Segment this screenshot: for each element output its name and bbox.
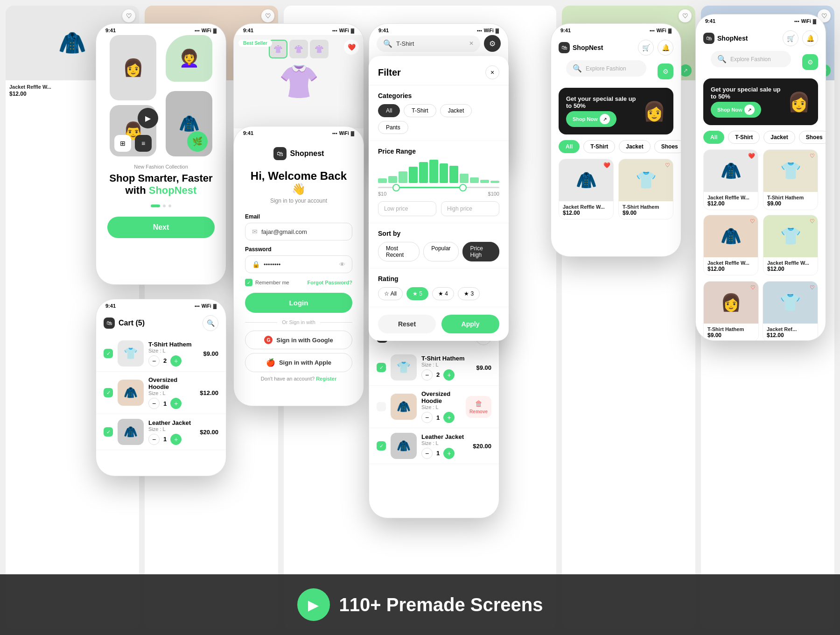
cat-tshirt[interactable]: T-Shirt xyxy=(583,140,615,153)
sort-price-high[interactable]: Price High xyxy=(462,242,499,261)
cat-jacket[interactable]: Jacket xyxy=(763,131,795,144)
item-checkbox[interactable]: ✓ xyxy=(377,363,386,372)
rating-all[interactable]: ☆ All xyxy=(378,287,403,300)
promo-title: Get your special sale up to 50% xyxy=(711,86,787,100)
divider: Or Sign in with xyxy=(245,319,352,325)
remember-checkbox[interactable]: ✓ xyxy=(245,279,252,286)
sort-most-recent[interactable]: Most Recent xyxy=(378,242,420,261)
high-price-input[interactable]: High price xyxy=(441,201,499,216)
cat-shoes[interactable]: Shoes xyxy=(799,131,826,144)
qty-increase[interactable]: + xyxy=(170,434,182,445)
thumbnail[interactable]: 👚 xyxy=(310,40,329,58)
password-input[interactable]: 🔒 •••••••• 👁 xyxy=(245,255,352,273)
home-search-bar[interactable]: 🔍 Explore Fashion xyxy=(566,60,646,77)
cart-search-button[interactable]: 🔍 xyxy=(203,315,218,331)
item-checkbox[interactable]: ✓ xyxy=(104,427,113,437)
price-thumb-high[interactable] xyxy=(459,184,467,191)
qty-decrease[interactable]: − xyxy=(148,398,160,409)
email-input[interactable]: ✉ fajar@gmail.com xyxy=(245,223,352,240)
cat-jacket[interactable]: Jacket xyxy=(619,140,650,153)
shop-now-button[interactable]: Shop Now ↗ xyxy=(566,111,616,127)
cat-all[interactable]: All xyxy=(378,104,400,117)
status-time: 9:41 xyxy=(378,28,389,33)
filter-toggle[interactable]: ⚙ xyxy=(658,64,673,79)
battery-icon: ▓ xyxy=(813,19,816,24)
cat-jacket[interactable]: Jacket xyxy=(440,104,472,117)
logo: 🛍 Shopnest xyxy=(245,147,352,160)
google-login-button[interactable]: G Sign in with Google xyxy=(245,331,352,349)
signal-icon: ▪▪▪ xyxy=(195,303,200,309)
thumbnail[interactable]: 👚 xyxy=(289,40,308,58)
item-image: 🧥 xyxy=(391,433,417,459)
item-checkbox[interactable]: ✓ xyxy=(104,388,113,397)
cat-pants[interactable]: Pants xyxy=(378,121,408,134)
onboard-label: New Fashion Collection xyxy=(134,164,188,169)
cat-shoes[interactable]: Shoes xyxy=(654,140,681,153)
clear-icon[interactable]: ✕ xyxy=(469,40,474,47)
rating-3[interactable]: ★ 3 xyxy=(458,287,480,300)
divider-text: Or Sign in with xyxy=(282,319,315,325)
qty-decrease[interactable]: − xyxy=(148,355,160,367)
qty-decrease[interactable]: − xyxy=(421,448,433,459)
item-checkbox[interactable] xyxy=(377,402,386,411)
reset-button[interactable]: Reset xyxy=(378,315,436,333)
low-price-input[interactable]: Low price xyxy=(378,201,436,216)
price-slider[interactable] xyxy=(378,187,499,188)
heart-button[interactable]: ♡ xyxy=(679,9,692,22)
qty-decrease[interactable]: − xyxy=(421,412,433,423)
notification-button[interactable]: 🔔 xyxy=(658,40,673,56)
collage-img-2: 👩‍🦱 xyxy=(166,35,212,82)
cart-button[interactable]: 🛒 xyxy=(783,30,798,46)
rating-4[interactable]: ★ 4 xyxy=(432,287,454,300)
price-chart: $10 $100 xyxy=(378,160,499,197)
onboard-content: 👩 👩‍🦱 ⭐ 👨 🧥 ▶ ⊞ ≡ 🌿 New Fashion Collecti… xyxy=(96,35,226,249)
forgot-password-link[interactable]: Forgot Password? xyxy=(307,280,352,285)
next-button[interactable]: Next xyxy=(107,217,215,238)
qty-value: 1 xyxy=(436,450,440,457)
qty-decrease[interactable]: − xyxy=(421,369,433,381)
apple-login-button[interactable]: 🍎 Sign in with Apple xyxy=(245,353,352,372)
price-thumb-low[interactable] xyxy=(392,184,400,191)
qty-row: − 1 + xyxy=(148,398,195,409)
price-bars xyxy=(378,160,499,183)
eye-icon[interactable]: 👁 xyxy=(339,261,345,268)
apply-button[interactable]: Apply xyxy=(441,315,499,333)
cat-all[interactable]: All xyxy=(703,131,724,144)
qty-increase[interactable]: + xyxy=(443,412,455,423)
price-slider-fill xyxy=(396,187,463,188)
favorite-button[interactable]: ❤️ xyxy=(344,40,359,55)
qty-increase[interactable]: + xyxy=(443,369,455,381)
leaf-icon: 🌿 xyxy=(187,131,208,152)
qty-increase[interactable]: + xyxy=(170,355,182,367)
heart-button[interactable]: ♡ xyxy=(261,9,274,22)
category-chips: All T-Shirt Jacket Pants xyxy=(378,104,499,134)
qty-increase[interactable]: + xyxy=(443,448,455,459)
product-name: Jacket Reffle W... xyxy=(707,260,754,266)
login-button[interactable]: Login xyxy=(245,293,352,313)
qty-increase[interactable]: + xyxy=(170,398,182,409)
cat-all[interactable]: All xyxy=(559,140,580,153)
remove-button[interactable]: 🗑 Remove xyxy=(466,396,491,418)
sort-popular[interactable]: Popular xyxy=(423,242,458,261)
search-bar[interactable]: 🔍 T-Shirt ✕ xyxy=(377,35,480,52)
cat-tshirt[interactable]: T-Shirt xyxy=(728,131,760,144)
filter-title: Filter xyxy=(378,67,401,78)
notification-button[interactable]: 🔔 xyxy=(802,30,818,46)
rating-5[interactable]: ★ 5 xyxy=(406,287,428,300)
home-search-bar[interactable]: 🔍 Explore Fashion xyxy=(711,51,791,67)
cart-button[interactable]: 🛒 xyxy=(638,40,654,56)
filter-icon[interactable]: ⚙ xyxy=(484,35,501,52)
cat-tshirt[interactable]: T-Shirt xyxy=(404,104,436,117)
play-button[interactable]: ▶ xyxy=(297,588,330,621)
close-button[interactable]: × xyxy=(485,65,499,79)
shop-now-button[interactable]: Shop Now ↗ xyxy=(711,102,761,118)
item-checkbox[interactable]: ✓ xyxy=(377,441,386,451)
register-link[interactable]: Register xyxy=(316,376,336,381)
heart-button[interactable]: ♡ xyxy=(122,9,135,22)
arrow-icon: ↗ xyxy=(600,114,610,124)
item-checkbox[interactable]: ✓ xyxy=(104,349,113,358)
qty-decrease[interactable]: − xyxy=(148,434,160,445)
rating-chips: ☆ All ★ 5 ★ 4 ★ 3 xyxy=(378,287,499,300)
product-name: Jacket Reffle W... xyxy=(707,195,754,200)
filter-toggle[interactable]: ⚙ xyxy=(802,54,818,70)
